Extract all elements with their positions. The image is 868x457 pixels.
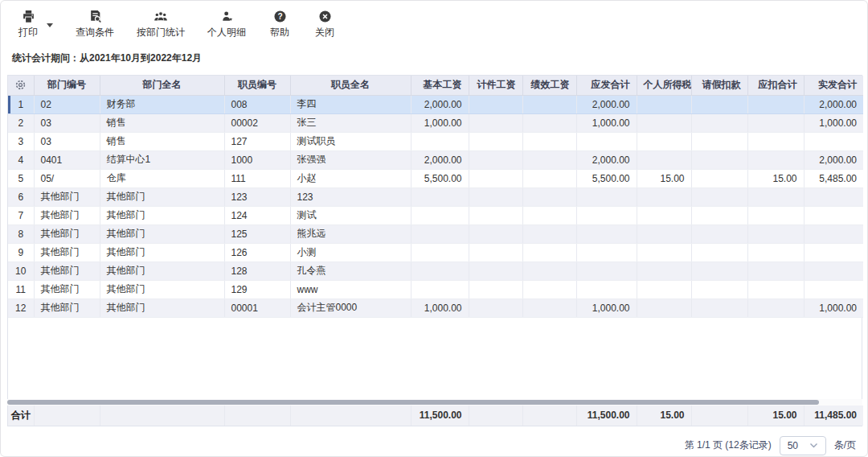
query-conditions-label: 查询条件 bbox=[76, 26, 114, 39]
query-conditions-button[interactable]: 查询条件 bbox=[76, 10, 114, 39]
cell bbox=[522, 224, 576, 243]
cell bbox=[469, 95, 522, 113]
column-header[interactable]: 基本工资 bbox=[411, 76, 469, 95]
cell bbox=[522, 243, 576, 261]
table-row[interactable]: 505/仓库111小赵5,500.005,500.0015.0015.005,4… bbox=[8, 169, 863, 187]
svg-text:?: ? bbox=[277, 12, 282, 21]
total-row: 合计11,500.0011,500.0015.0015.0011,485.00 bbox=[8, 406, 863, 426]
gear-icon[interactable] bbox=[14, 79, 27, 91]
print-dropdown-caret[interactable] bbox=[47, 23, 53, 27]
cell: 仓库 bbox=[100, 169, 224, 187]
column-header[interactable]: 实发合计 bbox=[804, 76, 863, 95]
cell bbox=[411, 280, 469, 298]
cell: 2,000.00 bbox=[576, 150, 637, 169]
table-row[interactable]: 7其他部门其他部门124测试 bbox=[8, 206, 863, 224]
table-row[interactable]: 10其他部门其他部门128孔令燕 bbox=[8, 261, 863, 280]
total-cell bbox=[34, 406, 100, 426]
cell: 孔令燕 bbox=[290, 261, 411, 280]
cell bbox=[411, 187, 469, 206]
column-header[interactable]: 部门编号 bbox=[34, 76, 100, 95]
table-row[interactable]: 102财务部008李四2,000.002,000.002,000.00 bbox=[8, 95, 863, 113]
cell bbox=[747, 261, 804, 280]
cell: 1000 bbox=[224, 150, 290, 169]
cell bbox=[576, 187, 637, 206]
column-header[interactable]: 计件工资 bbox=[469, 76, 522, 95]
column-header[interactable]: 请假扣款 bbox=[691, 76, 747, 95]
cell bbox=[804, 206, 863, 224]
cell: 5,500.00 bbox=[411, 169, 469, 187]
table-empty-area bbox=[8, 318, 862, 399]
print-button-label: 打印 bbox=[18, 26, 38, 39]
cell bbox=[522, 206, 576, 224]
table-row[interactable]: 40401结算中心11000张强强2,000.002,000.002,000.0… bbox=[8, 150, 863, 169]
column-settings-header[interactable] bbox=[8, 76, 34, 95]
cell: 15.00 bbox=[747, 169, 804, 187]
table-row[interactable]: 9其他部门其他部门126小测 bbox=[8, 243, 863, 261]
column-header[interactable]: 部门全名 bbox=[100, 76, 224, 95]
total-cell bbox=[691, 406, 747, 426]
page-size-select[interactable]: 50 bbox=[780, 436, 826, 455]
printer-icon bbox=[22, 10, 35, 23]
per-page-label: 条/页 bbox=[834, 438, 856, 452]
table-row[interactable]: 8其他部门其他部门125熊兆远 bbox=[8, 224, 863, 243]
cell bbox=[576, 280, 637, 298]
cell: 其他部门 bbox=[100, 243, 224, 261]
help-button[interactable]: ? 帮助 bbox=[268, 10, 291, 39]
table-row[interactable]: 12其他部门其他部门00001会计主管00001,000.001,000.001… bbox=[8, 298, 863, 317]
cell bbox=[522, 298, 576, 317]
column-header[interactable]: 应发合计 bbox=[576, 76, 637, 95]
print-button[interactable]: 打印 bbox=[17, 10, 39, 39]
cell: 熊兆远 bbox=[290, 224, 411, 243]
cell: 1,000.00 bbox=[411, 298, 469, 317]
total-cell bbox=[224, 406, 290, 426]
cell bbox=[691, 280, 747, 298]
cell bbox=[637, 95, 691, 113]
cell bbox=[691, 243, 747, 261]
row-number-cell: 3 bbox=[8, 132, 34, 150]
cell: 2,000.00 bbox=[804, 150, 863, 169]
cell bbox=[747, 113, 804, 132]
cell: 小测 bbox=[290, 243, 411, 261]
close-button[interactable]: 关闭 bbox=[313, 10, 336, 39]
column-header[interactable]: 职员编号 bbox=[224, 76, 290, 95]
cell: 127 bbox=[224, 132, 290, 150]
cell: 123 bbox=[224, 187, 290, 206]
column-header[interactable]: 绩效工资 bbox=[522, 76, 576, 95]
cell: 其他部门 bbox=[100, 298, 224, 317]
cell bbox=[637, 187, 691, 206]
cell bbox=[747, 132, 804, 150]
personal-detail-button[interactable]: 个人明细 bbox=[207, 10, 246, 39]
scrollbar-thumb[interactable] bbox=[7, 400, 819, 405]
cell: 111 bbox=[224, 169, 290, 187]
column-header[interactable]: 应扣合计 bbox=[747, 76, 804, 95]
cell bbox=[522, 150, 576, 169]
cell: 008 bbox=[224, 95, 290, 113]
cell: www bbox=[290, 280, 411, 298]
cell: 张强强 bbox=[290, 150, 411, 169]
cell: 123 bbox=[290, 187, 411, 206]
cell bbox=[469, 206, 522, 224]
cell: 5,485.00 bbox=[804, 169, 863, 187]
table-row[interactable]: 203销售00002张三1,000.001,000.001,000.00 bbox=[8, 113, 863, 132]
cell bbox=[804, 132, 863, 150]
cell: 测试 bbox=[290, 206, 411, 224]
cell: 结算中心1 bbox=[100, 150, 224, 169]
cell bbox=[637, 298, 691, 317]
table-row[interactable]: 303销售127测试职员 bbox=[8, 132, 863, 150]
department-stats-button[interactable]: 按部门统计 bbox=[137, 10, 185, 39]
cell bbox=[747, 298, 804, 317]
cell bbox=[411, 224, 469, 243]
cell: 其他部门 bbox=[34, 224, 100, 243]
cell bbox=[747, 187, 804, 206]
cell: 其他部门 bbox=[100, 206, 224, 224]
table-row[interactable]: 6其他部门其他部门123123 bbox=[8, 187, 863, 206]
column-header[interactable]: 职员全名 bbox=[290, 76, 411, 95]
column-header[interactable]: 个人所得税 bbox=[637, 76, 691, 95]
cell bbox=[637, 132, 691, 150]
cell: 1,000.00 bbox=[804, 298, 863, 317]
cell: 125 bbox=[224, 224, 290, 243]
total-cell: 11,500.00 bbox=[576, 406, 637, 426]
total-cell: 11,485.00 bbox=[804, 406, 863, 426]
page-info: 第 1/1 页 (12条记录) bbox=[685, 438, 772, 452]
table-row[interactable]: 11其他部门其他部门129www bbox=[8, 280, 863, 298]
